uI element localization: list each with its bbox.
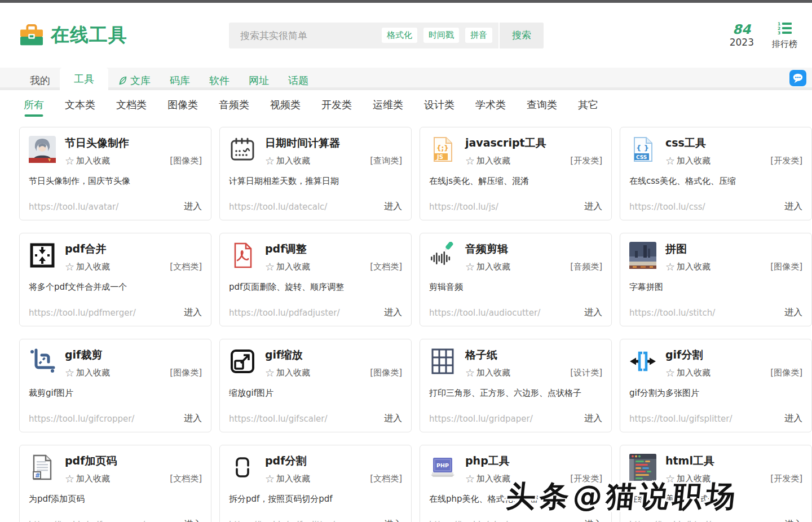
enter-link[interactable]: 进入 (384, 307, 402, 318)
tool-title-link[interactable]: 日期时间计算器 (265, 136, 402, 151)
tool-title-link[interactable]: javascript工具 (465, 136, 602, 151)
add-favorite-button[interactable]: ☆加入收藏 (65, 474, 110, 484)
tool-title-link[interactable]: 节日头像制作 (65, 136, 202, 151)
enter-link[interactable]: 进入 (384, 201, 402, 213)
header: 在线工具 格式化 时间戳 拼音 搜索 84 2023 123 排行榜 (0, 3, 812, 68)
tool-icon-slot (429, 242, 456, 269)
ranking-button[interactable]: 123 排行榜 (772, 21, 797, 50)
add-favorite-button[interactable]: ☆加入收藏 (665, 262, 710, 272)
enter-link[interactable]: 进入 (384, 519, 402, 522)
add-favorite-button[interactable]: ☆加入收藏 (265, 368, 310, 378)
add-favorite-button[interactable]: ☆加入收藏 (665, 368, 710, 378)
tool-title-link[interactable]: pdf合并 (65, 242, 202, 256)
tool-title-link[interactable]: css工具 (665, 136, 802, 151)
category-academic[interactable]: 学术类 (475, 98, 506, 112)
tool-title-link[interactable]: 拼图 (665, 242, 802, 256)
enter-link[interactable]: 进入 (584, 201, 602, 213)
tool-title-link[interactable]: gif分割 (665, 348, 802, 362)
enter-link[interactable]: 进入 (584, 413, 602, 424)
add-favorite-button[interactable]: ☆加入收藏 (465, 474, 510, 484)
tab-tools[interactable]: 工具 (60, 68, 108, 90)
category-document[interactable]: 文档类 (116, 98, 147, 112)
tool-card: # pdf加页码 ☆加入收藏 [文档类] 为pdf添加页码 https://to… (19, 445, 211, 522)
category-video[interactable]: 视频类 (270, 98, 301, 112)
enter-link[interactable]: 进入 (784, 413, 802, 424)
tool-url: https://tool.lu/gridpaper/ (429, 414, 533, 424)
shortcut-pinyin-button[interactable]: 拼音 (465, 28, 492, 43)
tab-code[interactable]: 码库 (160, 70, 200, 90)
add-favorite-button[interactable]: ☆加入收藏 (65, 156, 110, 166)
add-favorite-button[interactable]: ☆加入收藏 (465, 262, 510, 272)
category-dev[interactable]: 开发类 (321, 98, 352, 112)
category-image[interactable]: 图像类 (167, 98, 198, 112)
tab-my[interactable]: 我的 (20, 70, 60, 90)
header-right: 84 2023 123 排行榜 (730, 21, 797, 50)
tool-title-link[interactable]: html工具 (665, 454, 802, 468)
tab-software[interactable]: 软件 (200, 70, 239, 90)
add-favorite-button[interactable]: ☆加入收藏 (265, 474, 310, 484)
tool-card: gif分割 ☆加入收藏 [图像类] gif分割为多张图片 https://too… (620, 339, 812, 432)
card-foot: https://tool.lu/pdfsplitter/ 进入 (229, 519, 402, 522)
enter-link[interactable]: 进入 (584, 519, 602, 522)
add-favorite-button[interactable]: ☆加入收藏 (65, 262, 110, 272)
category-text[interactable]: 文本类 (65, 98, 95, 112)
favorite-label: 加入收藏 (276, 368, 310, 378)
svg-text:PHP: PHP (436, 462, 449, 468)
tool-title-link[interactable]: gif缩放 (265, 348, 402, 362)
enter-link[interactable]: 进入 (784, 307, 802, 318)
search-button[interactable]: 搜索 (498, 23, 544, 48)
tool-title-link[interactable]: php工具 (465, 454, 602, 468)
tool-title-link[interactable]: pdf调整 (265, 242, 402, 256)
tool-icon-slot (429, 348, 456, 375)
tab-library[interactable]: 文库 (108, 70, 160, 90)
add-favorite-button[interactable]: ☆加入收藏 (265, 262, 310, 272)
tool-icon-slot (629, 242, 656, 269)
add-favorite-button[interactable]: ☆加入收藏 (65, 368, 110, 378)
star-icon: ☆ (465, 262, 475, 272)
add-favorite-button[interactable]: ☆加入收藏 (465, 156, 510, 166)
tab-sites[interactable]: 网址 (239, 70, 279, 90)
enter-link[interactable]: 进入 (184, 307, 202, 318)
tab-topics[interactable]: 话题 (279, 70, 318, 90)
tool-category-tag: [文档类] (170, 262, 202, 272)
category-query[interactable]: 查询类 (527, 98, 557, 112)
shortcut-timestamp-button[interactable]: 时间戳 (423, 28, 459, 43)
add-favorite-button[interactable]: ☆加入收藏 (665, 156, 710, 166)
css-file-icon: { }CSS (629, 136, 656, 163)
enter-link[interactable]: 进入 (584, 307, 602, 318)
app-logo[interactable]: 在线工具 (19, 23, 127, 48)
tool-description: 打印三角形、正方形、六边形、点状格子 (429, 388, 602, 399)
category-all[interactable]: 所有 (24, 98, 44, 112)
tool-title-link[interactable]: pdf分割 (265, 454, 402, 468)
chat-button[interactable] (789, 70, 806, 86)
card-head: # pdf加页码 ☆加入收藏 [文档类] (29, 453, 202, 484)
category-audio[interactable]: 音频类 (219, 98, 249, 112)
shortcut-format-button[interactable]: 格式化 (382, 28, 417, 43)
ranking-list-icon: 123 (777, 21, 792, 36)
card-head: { }CSS css工具 ☆加入收藏 [开发类] (629, 135, 802, 166)
tool-url: https://tool.lu/html/ (629, 520, 711, 522)
category-design[interactable]: 设计类 (424, 98, 454, 112)
tool-card: 拼图 ☆加入收藏 [图像类] 字幕拼图 https://tool.lu/stit… (620, 233, 812, 326)
pdf-split-icon (229, 454, 256, 481)
enter-link[interactable]: 进入 (184, 519, 202, 522)
tool-title-link[interactable]: 音频剪辑 (465, 242, 602, 256)
enter-link[interactable]: 进入 (184, 413, 202, 424)
tool-title-link[interactable]: 格子纸 (465, 348, 602, 362)
svg-text:#: # (35, 472, 40, 479)
enter-link[interactable]: 进入 (384, 413, 402, 424)
enter-link[interactable]: 进入 (784, 201, 802, 213)
pdf-adobe-icon (229, 242, 256, 269)
category-ops[interactable]: 运维类 (373, 98, 403, 112)
enter-link[interactable]: 进入 (784, 519, 802, 522)
tool-title-link[interactable]: pdf加页码 (65, 454, 202, 468)
tool-title-link[interactable]: gif裁剪 (65, 348, 202, 362)
category-other[interactable]: 其它 (578, 98, 598, 112)
enter-link[interactable]: 进入 (184, 201, 202, 213)
add-favorite-button[interactable]: ☆加入收藏 (465, 368, 510, 378)
add-favorite-button[interactable]: ☆加入收藏 (265, 156, 310, 166)
favorite-label: 加入收藏 (476, 474, 510, 484)
search-input[interactable] (240, 30, 382, 41)
svg-text:{ }: { } (636, 144, 649, 152)
tool-icon-slot (629, 348, 656, 375)
